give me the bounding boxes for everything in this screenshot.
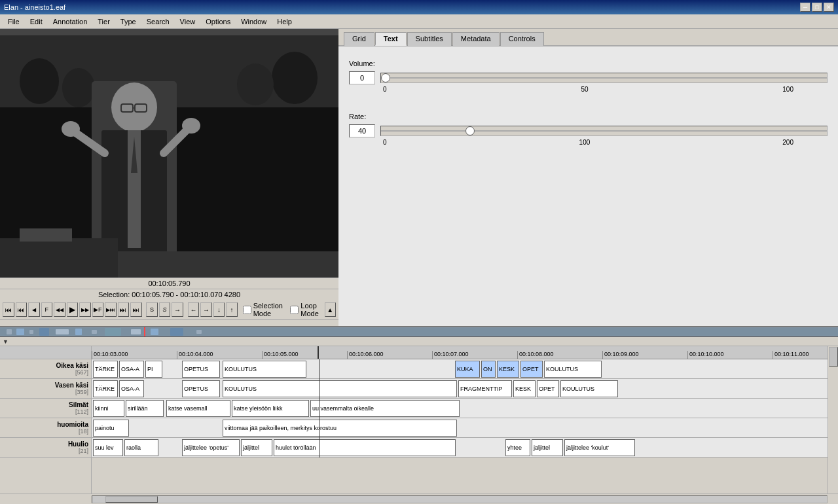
- selection-text: Selection: 00:10:05.790 - 00:10:10.070 4…: [98, 291, 240, 298]
- anno-huulio-5[interactable]: huulet töröllään: [274, 439, 456, 456]
- anno-row-silmat: kiinni sirillään katse vasemall katse yl…: [92, 399, 828, 418]
- frame-fwd-button[interactable]: ▶F: [92, 302, 104, 317]
- rate-input[interactable]: [349, 124, 375, 137]
- v-scrollbar-thumb[interactable]: [829, 347, 838, 367]
- tab-grid[interactable]: Grid: [344, 32, 374, 46]
- tier-toggle-icon[interactable]: ▼: [3, 338, 9, 345]
- menu-search[interactable]: Search: [141, 16, 175, 27]
- selection-end-button[interactable]: S: [159, 302, 171, 317]
- anno-oikea-7[interactable]: ON: [481, 361, 496, 378]
- window-controls: ─ □ ✕: [800, 3, 834, 12]
- timeline-scroll[interactable]: 00:10:03.000 00:10:04.000 00:10:05.000 0…: [92, 346, 828, 494]
- svg-point-17: [182, 118, 200, 134]
- menu-file[interactable]: File: [3, 16, 25, 27]
- nav-down-button[interactable]: ↓: [213, 302, 225, 317]
- svg-rect-27: [56, 329, 69, 334]
- h-scrollbar-thumb[interactable]: [105, 496, 158, 503]
- anno-huulio-7[interactable]: jäljittel: [532, 439, 563, 456]
- anno-vasen-2[interactable]: OSA-A: [119, 380, 144, 397]
- menu-window[interactable]: Window: [236, 16, 272, 27]
- anno-oikea-9[interactable]: OPET: [520, 361, 543, 378]
- menu-type[interactable]: Type: [115, 16, 141, 27]
- volume-thumb[interactable]: [381, 73, 390, 82]
- menu-view[interactable]: View: [175, 16, 201, 27]
- anno-vasen-4[interactable]: KOULUTUS: [223, 380, 457, 397]
- anno-oikea-2[interactable]: OSA-A: [119, 361, 144, 378]
- tab-controls[interactable]: Controls: [500, 32, 544, 46]
- loop-mode-toggle[interactable]: Loop Mode: [290, 302, 323, 317]
- anno-silmat-5[interactable]: uu vasemmalta oikealle: [310, 400, 460, 417]
- anno-silmat-2[interactable]: sirillään: [126, 400, 164, 417]
- close-button[interactable]: ✕: [824, 3, 834, 12]
- anno-huomioita-1[interactable]: painotu: [93, 420, 129, 437]
- anno-silmat-1[interactable]: kiinni: [93, 400, 124, 417]
- anno-vasen-6[interactable]: KESK: [513, 380, 536, 397]
- anno-huulio-1[interactable]: suu lev: [93, 439, 123, 456]
- volume-row: [349, 71, 828, 84]
- playback-controls: ⏮ ⏮ ◀ F ◀◀ ▶ ▶▶ ▶F ▶⏭ ⏭ ⏭ S S → ← → ↓ ↑: [0, 300, 338, 320]
- tab-metadata[interactable]: Metadata: [452, 32, 500, 46]
- bottom-panel: ▼ Oikea käsi [567] Vasen käsi [359] Silm…: [0, 326, 838, 504]
- anno-vasen-5[interactable]: FRAGMENTTIP: [458, 380, 512, 397]
- anno-vasen-1[interactable]: TÄRKE: [93, 380, 118, 397]
- tab-text[interactable]: Text: [375, 32, 407, 46]
- next-anno-button[interactable]: ▶⏭: [105, 302, 117, 317]
- anno-huulio-4[interactable]: jäljittel: [241, 439, 272, 456]
- menu-options[interactable]: Options: [200, 16, 236, 27]
- h-scrollbar-track[interactable]: [92, 495, 828, 503]
- anno-vasen-7[interactable]: OPET: [537, 380, 559, 397]
- anno-huomioita-2[interactable]: viittomaa jää paikoilleen, merkitys koro…: [223, 420, 457, 437]
- go-to-start-button[interactable]: ⏮: [3, 302, 14, 317]
- selection-mode-checkbox[interactable]: [243, 306, 251, 314]
- anno-oikea-5[interactable]: KOULUTUS: [223, 361, 306, 378]
- frame-back-button[interactable]: F: [41, 302, 53, 317]
- menu-annotation[interactable]: Annotation: [48, 16, 93, 27]
- selection-mode-toggle[interactable]: Selection Mode: [243, 302, 285, 317]
- play-button[interactable]: ▶: [67, 302, 79, 317]
- expand-button[interactable]: ▲: [325, 302, 337, 317]
- volume-input[interactable]: [349, 71, 375, 84]
- volume-track[interactable]: [380, 73, 828, 83]
- selection-start-button[interactable]: S: [146, 302, 158, 317]
- tab-subtitles[interactable]: Subtitles: [407, 32, 452, 46]
- anno-oikea-4[interactable]: OPETUS: [182, 361, 220, 378]
- app-title: Elan - aineisto1.eaf: [4, 3, 65, 11]
- v-scrollbar[interactable]: [828, 346, 838, 494]
- rate-track[interactable]: [380, 126, 828, 136]
- overview-bar[interactable]: [0, 327, 838, 337]
- nav-up-button[interactable]: ↑: [226, 302, 238, 317]
- minimize-button[interactable]: ─: [800, 3, 811, 12]
- nav-left-button[interactable]: ←: [188, 302, 200, 317]
- anno-vasen-8[interactable]: KOULUTUS: [560, 380, 618, 397]
- svg-rect-25: [29, 330, 33, 334]
- prev-annotation-button[interactable]: ⏮: [16, 302, 27, 317]
- loop-mode-checkbox[interactable]: [290, 306, 299, 314]
- go-forward-button[interactable]: ⏭: [118, 302, 130, 317]
- go-back-button[interactable]: ◀: [28, 302, 40, 317]
- anno-vasen-3[interactable]: OPETUS: [182, 380, 220, 397]
- menu-edit[interactable]: Edit: [25, 16, 48, 27]
- anno-oikea-6[interactable]: KUKA: [455, 361, 480, 378]
- anno-huulio-2[interactable]: raolla: [124, 439, 158, 456]
- anno-huulio-3[interactable]: jäljittelee 'opetus': [182, 439, 240, 456]
- menu-help[interactable]: Help: [272, 16, 297, 27]
- anno-silmat-4[interactable]: katse yleisöön liikk: [232, 400, 309, 417]
- anno-silmat-3[interactable]: katse vasemall: [166, 400, 230, 417]
- anno-huulio-8[interactable]: jäljittelee 'koulut': [564, 439, 635, 456]
- rate-group: Rate: 0 100 200: [349, 113, 828, 146]
- anno-row-huomioita: painotu viittomaa jää paikoilleen, merki…: [92, 418, 828, 438]
- rate-thumb[interactable]: [465, 126, 475, 135]
- nav-right-button[interactable]: →: [200, 302, 212, 317]
- clear-selection-button[interactable]: →: [172, 302, 183, 317]
- anno-oikea-10[interactable]: KOULUTUS: [544, 361, 602, 378]
- anno-oikea-8[interactable]: KESK: [497, 361, 519, 378]
- anno-oikea-1[interactable]: TÄRKE: [93, 361, 118, 378]
- menu-tier[interactable]: Tier: [92, 16, 115, 27]
- h-scrollbar[interactable]: [0, 494, 838, 504]
- maximize-button[interactable]: □: [812, 3, 822, 12]
- go-to-end-button[interactable]: ⏭: [130, 302, 142, 317]
- anno-oikea-3[interactable]: PI: [145, 361, 162, 378]
- anno-huulio-6[interactable]: yhtee: [505, 439, 530, 456]
- prev-frame-button[interactable]: ◀◀: [54, 302, 65, 317]
- next-frame-button[interactable]: ▶▶: [79, 302, 91, 317]
